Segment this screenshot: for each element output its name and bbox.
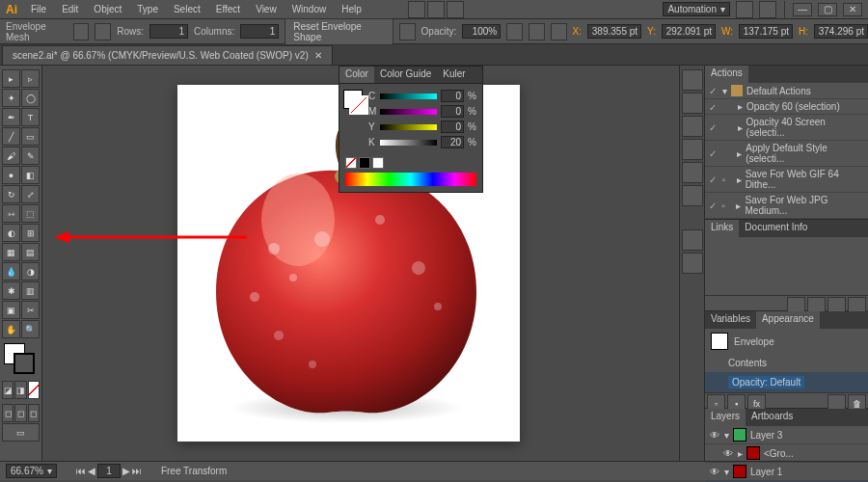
bridge-icon[interactable] [408, 1, 425, 18]
h-field[interactable]: 374.296 pt [814, 24, 868, 39]
action-row[interactable]: ✓▫▸Save For Web JPG Medium... [705, 193, 868, 219]
menu-help[interactable]: Help [334, 0, 369, 19]
prev-artboard-icon[interactable]: ◀ [88, 466, 95, 476]
menu-type[interactable]: Type [129, 0, 166, 19]
align-icon[interactable] [529, 23, 545, 40]
width-tool[interactable]: ⇿ [2, 204, 20, 223]
artboard-number[interactable]: 1 [97, 464, 121, 478]
line-tool[interactable]: ╱ [2, 127, 20, 146]
mesh-tool[interactable]: ▦ [2, 243, 20, 261]
w-field[interactable]: 137.175 pt [739, 24, 793, 39]
menu-select[interactable]: Select [166, 0, 208, 19]
menu-object[interactable]: Object [86, 0, 129, 19]
document-tab[interactable]: scene2.ai* @ 66.67% (CMYK/Preview/U.S. W… [2, 45, 333, 65]
transform-icon[interactable] [551, 23, 567, 40]
zoom-dropdown[interactable]: 66.67%▾ [6, 464, 57, 478]
screen-mode-toggle[interactable]: ▭ [2, 423, 40, 442]
menu-edit[interactable]: Edit [54, 0, 86, 19]
blob-brush-tool[interactable]: ● [2, 166, 20, 184]
eyedropper-tool[interactable]: 💧 [2, 262, 20, 281]
paintbrush-tool[interactable]: 🖌 [2, 147, 20, 165]
dock-icon-5[interactable] [682, 162, 703, 183]
selection-tool[interactable]: ▸ [2, 69, 20, 88]
gradient-mode-icon[interactable]: ◨ [14, 381, 26, 399]
none-swatch[interactable] [345, 157, 357, 169]
y-field[interactable]: 292.091 pt [662, 24, 716, 39]
visibility-icon[interactable]: 👁 [709, 430, 720, 441]
tab-color-guide[interactable]: Color Guide [374, 67, 437, 83]
layer-row[interactable]: 👁▾Layer 3 [705, 426, 868, 444]
edit-contents-icon[interactable] [95, 23, 111, 40]
opacity-field[interactable]: 100% [462, 24, 501, 39]
draw-behind-icon[interactable]: ◻ [14, 404, 26, 422]
minimize-button[interactable]: — [793, 3, 812, 16]
tab-actions[interactable]: Actions [705, 66, 748, 83]
slice-tool[interactable]: ✂ [21, 301, 40, 319]
menu-effect[interactable]: Effect [208, 0, 248, 19]
tab-layers[interactable]: Layers [705, 409, 746, 426]
black-swatch[interactable] [359, 157, 370, 169]
tab-variables[interactable]: Variables [705, 311, 756, 329]
rotate-tool[interactable]: ↻ [2, 185, 20, 203]
rectangle-tool[interactable]: ▭ [21, 127, 40, 146]
lasso-tool[interactable]: ◯ [21, 89, 40, 107]
dock-icon-1[interactable] [682, 69, 703, 91]
action-row[interactable]: ✓▫▸Save For Web GIF 64 Dithe... [705, 167, 868, 193]
tab-appearance[interactable]: Appearance [756, 311, 820, 329]
dock-icon-2[interactable] [682, 93, 703, 114]
menu-view[interactable]: View [248, 0, 285, 19]
shape-builder-tool[interactable]: ◐ [2, 224, 20, 242]
pen-tool[interactable]: ✒ [2, 108, 20, 126]
envelope-options-icon[interactable] [399, 23, 416, 40]
tab-color[interactable]: Color [339, 67, 374, 83]
free-transform-tool[interactable]: ⬚ [21, 204, 40, 223]
perspective-grid-tool[interactable]: ⊞ [21, 224, 40, 242]
dock-icon-8[interactable] [682, 253, 703, 274]
layer-row[interactable]: 👁▾Layer 1 [705, 463, 868, 481]
dock-icon-3[interactable] [682, 116, 703, 137]
cloud-icon[interactable] [759, 1, 776, 18]
k-value[interactable]: 20 [441, 136, 464, 148]
action-set-row[interactable]: ✓▾Default Actions [705, 83, 868, 99]
blend-tool[interactable]: ◑ [21, 262, 40, 281]
artboard-tool[interactable]: ▣ [2, 301, 20, 319]
dock-icon-6[interactable] [682, 185, 703, 206]
next-artboard-icon[interactable]: ▶ [122, 466, 130, 476]
layer-row[interactable]: 👁▸<Gro... [705, 444, 868, 463]
y-value[interactable]: 0 [441, 120, 464, 133]
pencil-tool[interactable]: ✎ [21, 147, 40, 165]
y-slider[interactable] [380, 124, 437, 130]
x-field[interactable]: 389.355 pt [587, 24, 641, 39]
screen-mode-icon[interactable] [447, 1, 464, 18]
stroke-swatch[interactable] [14, 353, 35, 374]
m-slider[interactable] [380, 109, 437, 115]
m-value[interactable]: 0 [441, 105, 464, 118]
canvas[interactable]: Color Color Guide Kuler C0% M0% Y0% K20% [42, 66, 679, 461]
workspace-switcher[interactable]: Automation▾ [663, 2, 730, 16]
fx-icon[interactable] [506, 23, 523, 40]
close-button[interactable]: ✕ [843, 3, 862, 16]
action-row[interactable]: ✓▸Opacity 60 (selection) [705, 99, 868, 115]
arrange-docs-icon[interactable] [427, 1, 445, 18]
last-artboard-icon[interactable]: ⏭ [132, 466, 142, 476]
first-artboard-icon[interactable]: ⏮ [76, 466, 86, 476]
c-slider[interactable] [380, 94, 437, 99]
zoom-tool[interactable]: 🔍 [21, 320, 40, 338]
eraser-tool[interactable]: ◧ [21, 166, 40, 184]
rows-field[interactable]: 1 [149, 24, 188, 39]
search-icon[interactable] [736, 1, 753, 18]
menu-file[interactable]: File [23, 0, 54, 19]
white-swatch[interactable] [372, 157, 384, 169]
dock-icon-4[interactable] [682, 139, 703, 160]
tab-artboards[interactable]: Artboards [746, 409, 799, 426]
none-mode-icon[interactable] [28, 381, 40, 399]
appearance-contents-row[interactable]: Contents [705, 354, 868, 372]
type-tool[interactable]: T [21, 108, 40, 126]
reset-envelope-button[interactable]: Reset Envelope Shape [285, 18, 393, 45]
edit-envelope-icon[interactable] [73, 23, 90, 40]
cols-field[interactable]: 1 [240, 24, 279, 39]
tab-kuler[interactable]: Kuler [437, 67, 471, 83]
tab-document-info[interactable]: Document Info [739, 220, 813, 237]
close-tab-icon[interactable]: ✕ [314, 50, 322, 61]
scale-tool[interactable]: ⤢ [21, 185, 40, 203]
